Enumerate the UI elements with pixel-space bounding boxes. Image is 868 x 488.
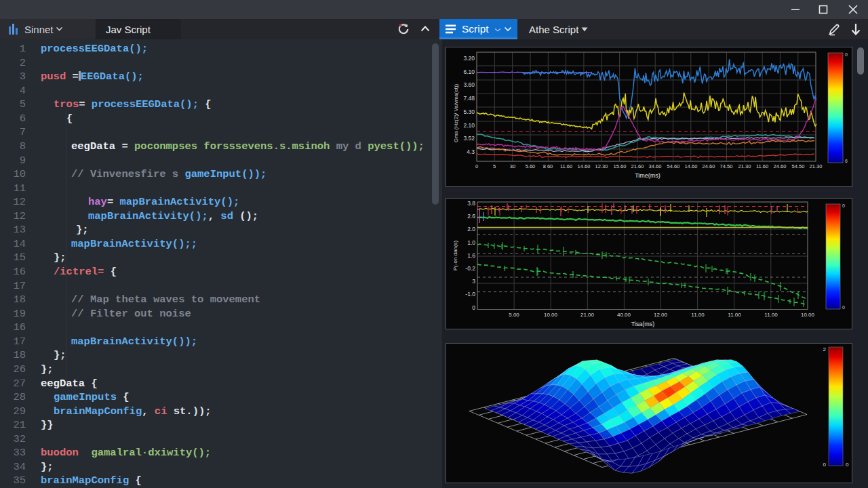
svg-text:30: 30 [510,163,515,169]
svg-text:5.60: 5.60 [526,163,536,169]
svg-text:P(-on dan(s): P(-on dan(s) [452,240,458,270]
svg-text:11.60: 11.60 [756,163,768,169]
svg-text:11.60: 11.60 [560,163,572,169]
svg-text:34.60: 34.60 [649,163,662,169]
svg-text:54.60: 54.60 [667,163,680,169]
svg-text:11.00: 11.00 [764,312,778,318]
svg-text:0: 0 [846,462,849,468]
svg-text:6.10: 6.10 [463,68,475,75]
svg-text:10.00: 10.00 [801,312,815,318]
svg-text:Gms (Hz(2)/ Va/vms(et)): Gms (Hz(2)/ Va/vms(et)) [453,83,459,142]
svg-text:7.48: 7.48 [463,95,475,102]
svg-text:0: 0 [842,203,845,208]
svg-text:1.6: 1.6 [467,252,475,259]
svg-text:14.60: 14.60 [685,163,698,169]
svg-text:14.60: 14.60 [578,163,591,169]
svg-text:10.00: 10.00 [544,312,558,318]
svg-text:5.30: 5.30 [463,108,475,115]
svg-text:0: 0 [845,52,848,57]
svg-text:0: 0 [472,304,475,311]
svg-text:21.60: 21.60 [631,163,644,169]
svg-text:0: 0 [475,163,478,169]
svg-text:2.0: 2.0 [467,226,475,232]
svg-text:40.00: 40.00 [617,312,631,318]
svg-text:15.60: 15.60 [614,163,627,169]
svg-text:24.60: 24.60 [703,163,715,169]
svg-text:3: 3 [472,278,475,285]
svg-text:54.50: 54.50 [792,163,805,169]
svg-text:0: 0 [842,305,845,310]
svg-text:3.60: 3.60 [463,81,475,88]
svg-text:6: 6 [845,159,848,163]
svg-text:12.00: 12.00 [654,312,668,318]
svg-text:-1.0: -1.0 [465,291,475,298]
svg-text:Time(ms): Time(ms) [635,172,660,179]
svg-text:21.00: 21.00 [580,312,595,318]
svg-text:11.00: 11.00 [691,312,705,318]
svg-text:1.0: 1.0 [467,239,475,246]
svg-text:11.00: 11.00 [728,312,741,318]
svg-text:8 60: 8 60 [543,163,553,169]
svg-text:2.10: 2.10 [463,122,475,129]
svg-text:12.30: 12.30 [595,163,608,169]
svg-text:21.30: 21.30 [810,163,823,169]
svg-text:21.30: 21.30 [738,163,751,169]
svg-text:74.50: 74.50 [720,163,733,169]
svg-text:5.00: 5.00 [509,312,519,318]
svg-text:0: 0 [823,462,827,468]
svg-text:5: 5 [493,163,496,169]
svg-text:24.60: 24.60 [774,163,787,169]
svg-text:2: 2 [823,346,827,352]
svg-text:Tisa(ms): Tisa(ms) [631,321,655,327]
svg-text:2.6: 2.6 [467,213,475,220]
svg-text:-0.2: -0.2 [465,265,475,272]
svg-text:4.3: 4.3 [467,148,475,155]
svg-text:3.52: 3.52 [463,135,475,142]
svg-text:3.8: 3.8 [467,200,475,207]
svg-text:3.20: 3.20 [463,55,475,62]
